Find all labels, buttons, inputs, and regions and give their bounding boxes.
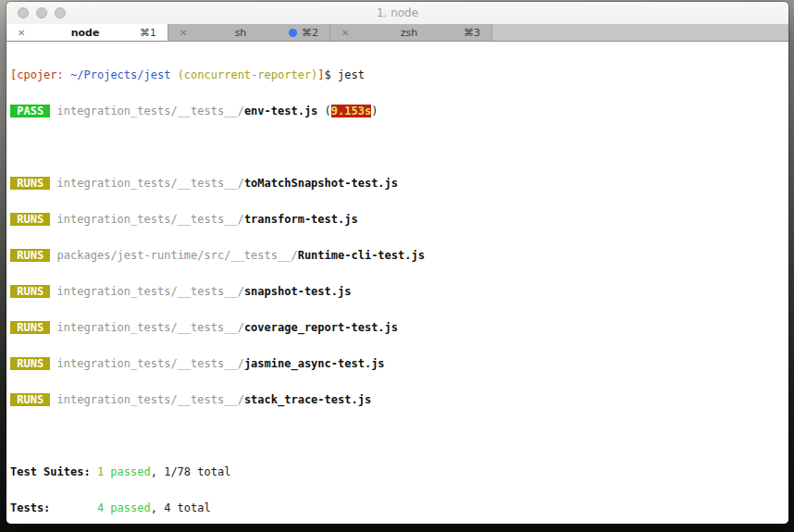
summary-passed: 4 passed	[97, 501, 151, 514]
summary-line: Tests: 4 passed, 4 total	[10, 502, 788, 514]
test-file: snapshot-test.js	[244, 285, 352, 298]
pass-badge: PASS	[10, 105, 50, 118]
test-file: transform-test.js	[244, 213, 358, 226]
test-file: toMatchSnapshot-test.js	[244, 177, 398, 190]
runs-badge: RUNS	[10, 177, 50, 190]
runs-badge: RUNS	[10, 357, 50, 370]
test-dir: integration_tests/__tests__/	[50, 393, 244, 406]
terminal-content[interactable]: [cpojer: ~/Projects/jest (concurrent-rep…	[6, 43, 788, 524]
runs-badge: RUNS	[10, 393, 50, 406]
test-file: jasmine_async-test.js	[244, 357, 385, 370]
window-title: 1. node	[6, 2, 788, 24]
minimize-window-button[interactable]	[36, 7, 47, 19]
test-dir: integration_tests/__tests__/	[50, 357, 244, 370]
prompt-user: [cpojer:	[10, 68, 70, 81]
tab-label: node	[31, 27, 140, 39]
test-dir: integration_tests/__tests__/	[50, 213, 244, 226]
titlebar: 1. node	[6, 2, 788, 24]
runs-badge: RUNS	[10, 285, 50, 298]
runs-line: RUNS integration_tests/__tests__/toMatch…	[10, 178, 788, 190]
summary-passed: 1 passed	[97, 465, 151, 478]
paren: )	[371, 105, 378, 118]
test-dir: integration_tests/__tests__/	[50, 177, 244, 190]
tab-label: zsh	[354, 27, 464, 39]
runs-badge: RUNS	[10, 213, 50, 226]
terminal-window: 1. node ✕ node ⌘1 ✕ sh ⌘2 ✕ zsh ⌘3 [	[6, 2, 788, 524]
blank-line	[10, 430, 788, 442]
runs-badge: RUNS	[10, 249, 50, 262]
close-tab-icon[interactable]: ✕	[180, 28, 192, 38]
summary-label: Tests:	[10, 501, 97, 514]
close-window-button[interactable]	[18, 7, 29, 19]
test-dir: integration_tests/__tests__/	[50, 285, 244, 298]
test-time-badge: 9.153s	[331, 105, 371, 118]
runs-line: RUNS integration_tests/__tests__/jasmine…	[10, 358, 788, 370]
runs-line: RUNS integration_tests/__tests__/snapsho…	[10, 286, 788, 298]
tab-zsh[interactable]: ✕ zsh ⌘3	[330, 24, 492, 41]
test-dir: integration_tests/__tests__/	[50, 105, 244, 118]
summary-rest: , 4 total	[151, 501, 211, 514]
runs-line: RUNS integration_tests/__tests__/transfo…	[10, 214, 788, 226]
runs-line: RUNS integration_tests/__tests__/coverag…	[10, 322, 788, 334]
tab-node[interactable]: ✕ node ⌘1	[6, 24, 168, 41]
summary-rest: , 1/78 total	[151, 465, 231, 478]
test-file: env-test.js	[244, 105, 317, 118]
tab-sh[interactable]: ✕ sh ⌘2	[168, 24, 330, 41]
test-dir: integration_tests/__tests__/	[50, 321, 244, 334]
zoom-window-button[interactable]	[55, 7, 66, 19]
tab-shortcut: ⌘1	[140, 27, 156, 39]
summary-line: Test Suites: 1 passed, 1/78 total	[10, 466, 788, 478]
tab-shortcut: ⌘2	[302, 27, 318, 39]
paren: (	[317, 105, 330, 118]
tab-shortcut: ⌘3	[464, 27, 480, 39]
prompt-bracket: ]	[317, 68, 324, 81]
tab-bar-empty-area	[492, 24, 788, 41]
runs-line: RUNS packages/jest-runtime/src/__tests__…	[10, 250, 788, 262]
test-file: coverage_report-test.js	[244, 321, 398, 334]
prompt-branch: (concurrent-reporter)	[178, 68, 318, 81]
test-file: Runtime-cli-test.js	[298, 249, 425, 262]
prompt-command: $ jest	[325, 68, 365, 81]
tab-bar: ✕ node ⌘1 ✕ sh ⌘2 ✕ zsh ⌘3	[6, 24, 788, 42]
close-tab-icon[interactable]: ✕	[341, 28, 354, 38]
close-tab-icon[interactable]: ✕	[18, 28, 31, 38]
blank-line	[10, 142, 788, 154]
runs-line: RUNS integration_tests/__tests__/stack_t…	[10, 394, 788, 406]
tab-label: sh	[192, 27, 289, 39]
runs-badge: RUNS	[10, 321, 50, 334]
activity-dot-icon	[289, 29, 297, 37]
traffic-lights	[18, 7, 66, 19]
pass-line: PASS integration_tests/__tests__/env-tes…	[10, 105, 788, 118]
test-dir: packages/jest-runtime/src/__tests__/	[50, 249, 297, 262]
test-file: stack_trace-test.js	[244, 393, 371, 406]
summary-label: Test Suites:	[10, 465, 97, 478]
prompt-line: [cpojer: ~/Projects/jest (concurrent-rep…	[10, 69, 788, 81]
prompt-path: ~/Projects/jest	[70, 68, 178, 81]
